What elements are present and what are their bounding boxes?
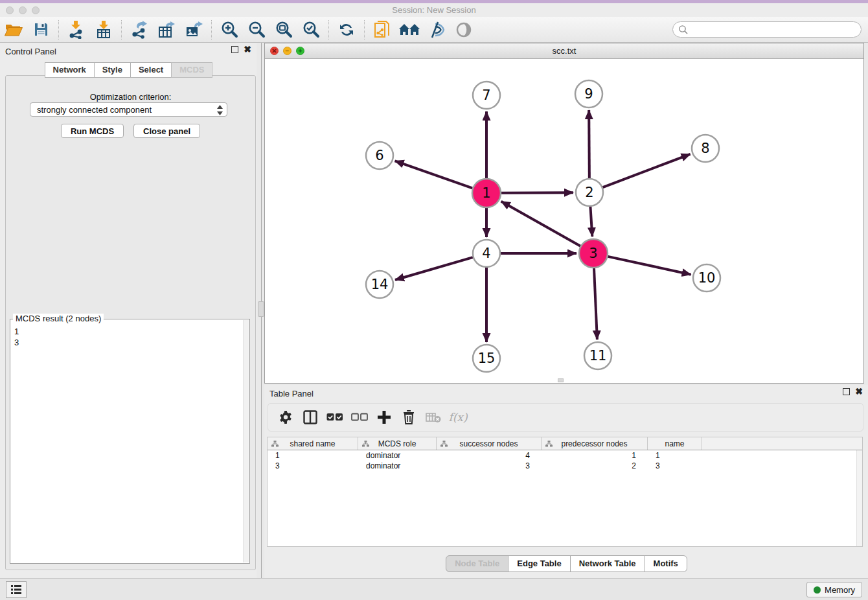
- column-header-successor-nodes[interactable]: successor nodes: [437, 437, 542, 450]
- hide-graphics-details-icon[interactable]: [426, 19, 448, 40]
- tab-motifs[interactable]: Motifs: [645, 555, 687, 572]
- network-bottom-grip[interactable]: [558, 378, 564, 382]
- toolbar-separator: [58, 20, 59, 40]
- tab-edge-table[interactable]: Edge Table: [508, 555, 570, 572]
- cell-mcds-role[interactable]: dominator: [358, 461, 437, 470]
- cell-mcds-role[interactable]: dominator: [358, 451, 437, 460]
- column-header-shared-name[interactable]: shared name: [268, 437, 358, 450]
- search-icon: [678, 25, 689, 35]
- import-table-icon[interactable]: [93, 19, 115, 40]
- zoom-in-icon[interactable]: [218, 19, 240, 40]
- column-header-predecessor-nodes[interactable]: predecessor nodes: [542, 437, 648, 450]
- show-graphics-details-icon[interactable]: [453, 19, 475, 40]
- memory-status-dot: [814, 586, 821, 594]
- task-history-button[interactable]: [6, 581, 27, 598]
- network-canvas[interactable]: 7968124314101511: [265, 59, 863, 383]
- application-window: Session: New Session: [0, 0, 868, 600]
- close-table-panel-icon[interactable]: ✖: [855, 388, 863, 395]
- edge-4-14[interactable]: [395, 257, 473, 280]
- edge-3-1[interactable]: [501, 202, 580, 246]
- unselect-all-icon[interactable]: [350, 408, 369, 427]
- cell-name[interactable]: 1: [648, 451, 702, 460]
- select-all-icon[interactable]: [325, 408, 345, 427]
- cell-shared-name[interactable]: 1: [268, 451, 358, 460]
- toolbar-separator: [328, 20, 329, 40]
- run-mcds-button[interactable]: Run MCDS: [61, 124, 124, 138]
- column-header-mcds-role[interactable]: MCDS role: [358, 437, 437, 450]
- tab-style[interactable]: Style: [94, 62, 131, 78]
- edge-2-3[interactable]: [590, 207, 592, 237]
- node-label-6: 6: [375, 148, 383, 163]
- mcds-result-scrollbar[interactable]: [243, 320, 249, 562]
- optimization-criterion-select[interactable]: strongly connected component: [30, 102, 227, 117]
- table-toolbar: f(x): [268, 403, 863, 432]
- node-label-9: 9: [584, 86, 593, 102]
- cell-shared-name[interactable]: 3: [268, 461, 358, 470]
- control-panel: Control Panel ✖ NetworkStyleSelectMCDS O…: [0, 43, 257, 578]
- control-panel-header: Control Panel ✖: [0, 43, 257, 60]
- zoom-out-icon[interactable]: [246, 19, 268, 40]
- import-network-icon[interactable]: [65, 19, 87, 40]
- tab-select[interactable]: Select: [130, 62, 172, 78]
- open-file-icon[interactable]: [3, 19, 25, 40]
- node-label-7: 7: [482, 87, 490, 103]
- float-panel-icon[interactable]: [231, 46, 238, 53]
- table-row[interactable]: 1dominator411: [268, 450, 862, 461]
- cell-successor-nodes[interactable]: 4: [437, 451, 542, 460]
- edge-2-9[interactable]: [589, 110, 589, 178]
- zoom-fit-icon[interactable]: [273, 19, 295, 40]
- search-input[interactable]: [672, 21, 862, 38]
- network-close-button[interactable]: ✕: [270, 47, 279, 55]
- tab-network-table[interactable]: Network Table: [570, 555, 645, 572]
- table-scrollbar[interactable]: [856, 450, 862, 546]
- control-panel-tabs: NetworkStyleSelectMCDS: [0, 62, 257, 78]
- export-network-icon[interactable]: [128, 19, 150, 40]
- function-builder-icon[interactable]: f(x): [448, 408, 468, 427]
- mcds-result-list[interactable]: 13: [14, 326, 242, 562]
- node-label-2: 2: [585, 185, 593, 200]
- edge-3-10[interactable]: [608, 257, 691, 275]
- close-panel-icon[interactable]: ✖: [244, 46, 251, 53]
- destroy-table-icon[interactable]: [424, 408, 443, 427]
- control-panel-title: Control Panel: [5, 47, 56, 56]
- cell-name[interactable]: 3: [648, 461, 702, 470]
- settings-gear-icon[interactable]: [276, 408, 295, 427]
- refresh-icon[interactable]: [336, 19, 358, 40]
- network-minimize-button[interactable]: −: [283, 47, 291, 55]
- network-window-titlebar[interactable]: ✕ − + scc.txt: [265, 43, 863, 59]
- first-neighbors-icon[interactable]: [398, 19, 420, 40]
- node-label-15: 15: [478, 351, 496, 366]
- network-canvas-svg: 7968124314101511: [265, 59, 863, 383]
- edge-2-8[interactable]: [603, 154, 691, 187]
- cell-predecessor-nodes[interactable]: 1: [542, 451, 648, 460]
- save-session-icon[interactable]: [30, 19, 52, 40]
- export-image-icon[interactable]: [183, 19, 205, 40]
- column-visibility-icon[interactable]: [301, 408, 320, 427]
- table-row[interactable]: 3dominator323: [268, 461, 862, 471]
- column-header-name[interactable]: name: [648, 437, 702, 450]
- close-panel-button[interactable]: Close panel: [133, 124, 200, 138]
- search-box: [672, 21, 862, 38]
- splitter-grip[interactable]: [258, 301, 264, 317]
- table-panel: Table Panel ✖: [264, 385, 868, 578]
- optimization-criterion-label: Optimization criterion:: [6, 92, 255, 102]
- edge-1-2[interactable]: [501, 192, 573, 193]
- memory-button[interactable]: Memory: [806, 582, 862, 597]
- tab-mcds[interactable]: MCDS: [171, 62, 212, 78]
- toolbar-separator: [364, 20, 365, 40]
- tab-node-table[interactable]: Node Table: [446, 555, 508, 572]
- delete-column-icon[interactable]: [399, 408, 418, 427]
- vertical-splitter[interactable]: [257, 43, 264, 578]
- duplicate-network-icon[interactable]: [371, 19, 393, 40]
- edge-1-6[interactable]: [395, 161, 473, 188]
- tab-network[interactable]: Network: [45, 62, 95, 78]
- sort-hierarchy-icon: [440, 441, 448, 447]
- cell-successor-nodes[interactable]: 3: [437, 461, 542, 470]
- network-maximize-button[interactable]: +: [296, 47, 304, 55]
- add-column-icon[interactable]: [374, 408, 394, 427]
- float-table-panel-icon[interactable]: [843, 388, 850, 395]
- cell-predecessor-nodes[interactable]: 2: [542, 461, 648, 470]
- zoom-selected-icon[interactable]: [300, 19, 322, 40]
- edge-3-11[interactable]: [594, 268, 597, 340]
- export-table-icon[interactable]: [155, 19, 177, 40]
